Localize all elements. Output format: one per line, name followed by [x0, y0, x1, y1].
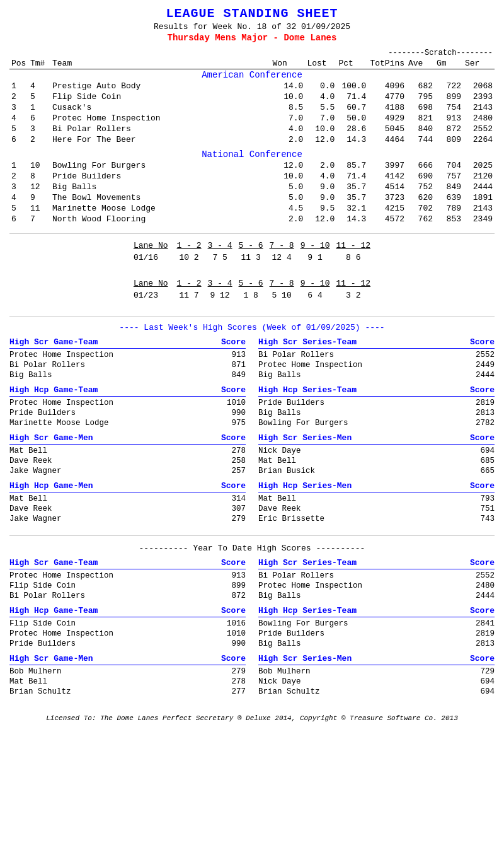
score-entry: Eric Brissette743 [258, 514, 495, 524]
league-name: Thursday Mens Major - Dome Lanes [9, 33, 495, 43]
table-row: 511Marinette Moose Lodge4.59.532.1421570… [9, 203, 495, 214]
col-ser: Ser [463, 58, 495, 69]
col-gm: Gm [435, 58, 463, 69]
score-entry: Flip Side Coin1016 [9, 619, 246, 629]
score-entry: Mat Bell793 [258, 494, 495, 504]
score-section-header: High Hcp Series-TeamScore [258, 385, 495, 397]
score-entry: Protec Home Inspection913 [9, 571, 246, 581]
conference-header: National Conference [9, 149, 495, 160]
score-entry: Pride Builders2819 [258, 398, 495, 408]
score-entry: Big Balls2813 [258, 639, 495, 649]
col-pos: Pos [9, 58, 28, 69]
score-entry: Dave Reek751 [258, 504, 495, 514]
score-entry: Protec Home Inspection1010 [9, 629, 246, 639]
score-entry: Brian Schultz694 [258, 687, 495, 697]
col-ave: Ave [406, 58, 435, 69]
score-entry: Bi Polar Rollers872 [9, 591, 246, 601]
score-entry: Big Balls2813 [258, 408, 495, 418]
score-section-header: High Scr Game-MenScore [9, 433, 246, 445]
scratch-header: --------Scratch-------- [9, 48, 495, 58]
score-entry: Bob Mulhern279 [9, 667, 246, 677]
table-row: 25Flip Side Coin10.04.071.44770795899239… [9, 91, 495, 102]
score-section-header: High Hcp Game-MenScore [9, 481, 246, 492]
score-section: High Scr Game-MenScoreBob Mulhern279Mat … [9, 654, 246, 697]
subtitle: Results for Week No. 18 of 32 01/09/2025 [9, 22, 495, 32]
score-entry: Bowling For Burgers2782 [258, 418, 495, 428]
score-entry: Mat Bell685 [258, 456, 495, 466]
score-entry: Protec Home Inspection2449 [258, 360, 495, 370]
score-entry: Big Balls2444 [258, 370, 495, 380]
lane-assignment-table: Lane No1 - 23 - 45 - 67 - 89 - 1011 - 12… [130, 277, 374, 302]
score-entry: Dave Reek258 [9, 456, 246, 466]
score-section-header: High Hcp Game-TeamScore [9, 385, 246, 397]
score-section-header: High Hcp Game-TeamScore [9, 606, 246, 617]
lane-assignments: Lane No1 - 23 - 45 - 67 - 89 - 1011 - 12… [9, 239, 495, 311]
last-week-scores: High Scr Game-TeamScoreProtec Home Inspe… [9, 337, 495, 529]
score-section-header: High Scr Game-MenScore [9, 654, 246, 665]
table-row: 31Cusack's8.55.560.741886987542143 [9, 102, 495, 113]
score-section: High Hcp Game-TeamScoreFlip Side Coin101… [9, 606, 246, 649]
table-row: 46Protec Home Inspection7.07.050.0492982… [9, 113, 495, 124]
score-section: High Hcp Series-TeamScorePride Builders2… [258, 385, 495, 428]
score-section-header: High Scr Series-TeamScore [258, 337, 495, 349]
score-entry: Dave Reek307 [9, 504, 246, 514]
col-team: Team [50, 58, 270, 69]
score-section-header: High Hcp Series-MenScore [258, 481, 495, 492]
score-entry: Pride Builders990 [9, 408, 246, 418]
score-entry: Big Balls849 [9, 370, 246, 380]
score-entry: Mat Bell278 [9, 446, 246, 456]
col-won: Won [270, 58, 305, 69]
score-entry: Pride Builders2819 [258, 629, 495, 639]
score-entry: Pride Builders990 [9, 639, 246, 649]
score-section: High Scr Series-MenScoreNick Daye694Mat … [258, 433, 495, 476]
table-row: 14Prestige Auto Body14.00.0100.040966827… [9, 81, 495, 91]
table-row: 49The Bowl Movements5.09.035.73723620639… [9, 192, 495, 203]
score-section: High Hcp Series-TeamScoreBowling For Bur… [258, 606, 495, 649]
col-tm: Tm# [28, 58, 50, 69]
score-entry: Big Balls2444 [258, 591, 495, 601]
table-row: 28Pride Builders10.04.071.44142690757212… [9, 171, 495, 182]
standings-table: --------Scratch-------- Pos Tm# Team Won… [9, 48, 495, 228]
score-entry: Protec Home Inspection913 [9, 350, 246, 360]
score-entry: Nick Daye694 [258, 446, 495, 456]
score-entry: Bowling For Burgers2841 [258, 619, 495, 629]
score-section: High Scr Game-TeamScoreProtec Home Inspe… [9, 337, 246, 380]
score-entry: Jake Wagner279 [9, 514, 246, 524]
score-entry: Bi Polar Rollers2552 [258, 571, 495, 581]
score-entry: Mat Bell278 [9, 677, 246, 687]
table-row: 110Bowling For Burgers12.02.085.73997666… [9, 160, 495, 171]
score-section: High Scr Series-TeamScoreBi Polar Roller… [258, 337, 495, 380]
score-entry: Bob Mulhern729 [258, 667, 495, 677]
score-entry: Marinette Moose Lodge975 [9, 418, 246, 428]
col-lost: Lost [305, 58, 336, 69]
score-section: High Scr Series-MenScoreBob Mulhern729Ni… [258, 654, 495, 697]
conference-header: American Conference [9, 69, 495, 81]
footer: Licensed To: The Dome Lanes Perfect Secr… [9, 714, 495, 722]
score-entry: Protec Home Inspection2480 [258, 581, 495, 591]
score-entry: Jake Wagner257 [9, 466, 246, 476]
ytd-title: ---------- Year To Date High Scores ----… [9, 544, 495, 553]
lane-assignment-table: Lane No1 - 23 - 45 - 67 - 89 - 1011 - 12… [130, 239, 374, 264]
ytd-scores: High Scr Game-TeamScoreProtec Home Inspe… [9, 558, 495, 702]
score-section: High Hcp Game-TeamScoreProtec Home Inspe… [9, 385, 246, 428]
score-entry: Brian Schultz277 [9, 687, 246, 697]
score-section: High Hcp Series-MenScoreMat Bell793Dave … [258, 481, 495, 524]
score-section-header: High Scr Series-MenScore [258, 654, 495, 665]
score-section: High Scr Series-TeamScoreBi Polar Roller… [258, 558, 495, 601]
table-row: 312Big Balls5.09.035.745147528492444 [9, 182, 495, 192]
score-entry: Nick Daye694 [258, 677, 495, 687]
col-totpins: TotPins [368, 58, 406, 69]
score-entry: Flip Side Coin899 [9, 581, 246, 591]
score-entry: Bi Polar Rollers2552 [258, 350, 495, 360]
score-section-header: High Hcp Series-TeamScore [258, 606, 495, 617]
last-week-title: ---- Last Week's High Scores (Week of 01… [9, 323, 495, 332]
table-row: 62Here For The Beer2.012.014.34464744809… [9, 134, 495, 145]
score-entry: Protec Home Inspection1010 [9, 398, 246, 408]
score-entry: Mat Bell314 [9, 494, 246, 504]
score-section: High Hcp Game-MenScoreMat Bell314Dave Re… [9, 481, 246, 524]
score-entry: Bi Polar Rollers871 [9, 360, 246, 370]
score-section: High Scr Game-TeamScoreProtec Home Inspe… [9, 558, 246, 601]
table-row: 67North Wood Flooring2.012.014.345727628… [9, 214, 495, 224]
score-section-header: High Scr Game-TeamScore [9, 558, 246, 569]
score-entry: Brian Busick665 [258, 466, 495, 476]
